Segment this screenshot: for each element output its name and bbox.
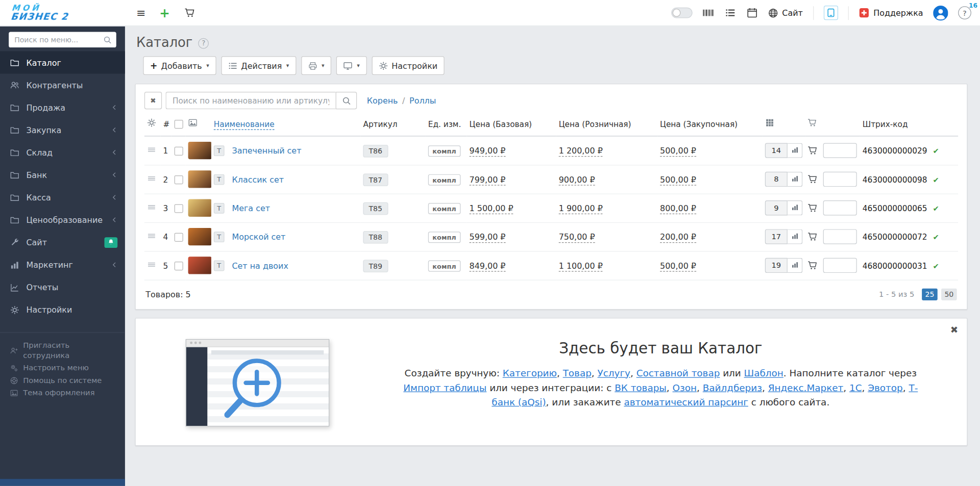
row-checkbox[interactable] bbox=[175, 262, 183, 270]
quantity-input[interactable] bbox=[823, 200, 857, 215]
price-purchase-editable[interactable]: 500,00 ₽ bbox=[660, 174, 696, 185]
menu-search-input[interactable] bbox=[9, 32, 116, 47]
drag-handle-icon[interactable] bbox=[147, 202, 156, 212]
page-size-25-button[interactable]: 25 bbox=[922, 288, 938, 300]
product-image[interactable] bbox=[188, 257, 211, 274]
drag-handle-icon[interactable] bbox=[147, 173, 156, 183]
sidebar-item[interactable]: Каталог bbox=[0, 51, 125, 73]
price-purchase-editable[interactable]: 200,00 ₽ bbox=[660, 232, 696, 243]
sidebar-item[interactable]: Настройки bbox=[0, 298, 125, 321]
add-to-cart-icon[interactable] bbox=[807, 261, 818, 271]
sidebar-item[interactable]: Продажа bbox=[0, 96, 125, 119]
sidebar-quick-link[interactable]: Пригласить сотрудника bbox=[0, 339, 125, 362]
cart-button[interactable] bbox=[177, 0, 202, 26]
stock-count-button[interactable]: 14 bbox=[765, 143, 788, 158]
row-checkbox[interactable] bbox=[175, 204, 183, 213]
mode-toggle[interactable] bbox=[672, 8, 693, 18]
sidebar-quick-link[interactable]: Тема оформления bbox=[0, 387, 125, 399]
price-base-editable[interactable]: 599,00 ₽ bbox=[470, 232, 506, 243]
product-name-link[interactable]: Сет на двоих bbox=[232, 261, 288, 270]
price-base-editable[interactable]: 949,00 ₽ bbox=[470, 146, 506, 157]
row-checkbox[interactable] bbox=[175, 233, 183, 241]
quantity-input[interactable] bbox=[823, 172, 857, 187]
search-button[interactable] bbox=[336, 92, 357, 109]
stock-count-button[interactable]: 17 bbox=[765, 229, 788, 244]
promo-link[interactable]: Эвотор bbox=[868, 382, 902, 393]
barcode-scanner-icon[interactable] bbox=[703, 8, 715, 18]
price-retail-editable[interactable]: 1 100,00 ₽ bbox=[559, 261, 603, 271]
stock-chart-button[interactable] bbox=[788, 229, 802, 244]
calendar-icon[interactable] bbox=[747, 8, 758, 18]
promo-link[interactable]: Шаблон bbox=[744, 368, 783, 379]
quantity-input[interactable] bbox=[823, 229, 857, 244]
drag-handle-icon[interactable] bbox=[147, 145, 156, 154]
product-name-link[interactable]: Морской сет bbox=[232, 232, 285, 241]
price-retail-editable[interactable]: 1 200,00 ₽ bbox=[559, 146, 603, 157]
add-to-cart-icon[interactable] bbox=[807, 232, 818, 242]
promo-link[interactable]: Категорию bbox=[503, 368, 557, 379]
stock-count-button[interactable]: 19 bbox=[765, 258, 788, 273]
sidebar-quick-link[interactable]: Помощь по системе bbox=[0, 374, 125, 386]
tasks-icon[interactable] bbox=[725, 8, 737, 18]
sidebar-item[interactable]: Банк bbox=[0, 164, 125, 186]
price-purchase-editable[interactable]: 500,00 ₽ bbox=[660, 261, 696, 271]
page-help-icon[interactable]: ? bbox=[198, 38, 209, 49]
price-base-editable[interactable]: 799,00 ₽ bbox=[470, 174, 506, 185]
promo-link[interactable]: Яндекс.Маркет bbox=[768, 382, 844, 393]
product-image[interactable] bbox=[188, 228, 211, 245]
page-size-50-button[interactable]: 50 bbox=[941, 288, 957, 300]
promo-link[interactable]: Озон bbox=[673, 382, 697, 393]
product-name-link[interactable]: Классик сет bbox=[232, 174, 284, 184]
price-retail-editable[interactable]: 900,00 ₽ bbox=[559, 174, 595, 185]
sidebar-item[interactable]: Закупка bbox=[0, 119, 125, 141]
print-button[interactable]: ▾ bbox=[301, 56, 331, 75]
price-base-editable[interactable]: 849,00 ₽ bbox=[470, 261, 506, 271]
promo-link[interactable]: Вайлдбериз bbox=[703, 382, 762, 393]
add-to-cart-icon[interactable] bbox=[807, 174, 818, 185]
product-image[interactable] bbox=[188, 142, 211, 159]
drag-handle-icon[interactable] bbox=[147, 231, 156, 240]
product-image[interactable] bbox=[188, 170, 211, 188]
promo-link[interactable]: автоматический парсинг bbox=[624, 397, 748, 408]
clear-search-button[interactable]: ✖ bbox=[144, 92, 162, 109]
quantity-input[interactable] bbox=[823, 258, 857, 273]
price-purchase-editable[interactable]: 500,00 ₽ bbox=[660, 146, 696, 157]
drag-handle-icon[interactable] bbox=[147, 260, 156, 269]
price-purchase-editable[interactable]: 800,00 ₽ bbox=[660, 203, 696, 214]
row-checkbox[interactable] bbox=[175, 175, 183, 184]
sidebar-quick-link[interactable]: Настроить меню bbox=[0, 362, 125, 374]
support-button[interactable]: Поддержка bbox=[859, 8, 923, 18]
stock-chart-button[interactable] bbox=[788, 172, 802, 187]
column-settings-icon[interactable] bbox=[147, 118, 156, 127]
actions-button[interactable]: Действия ▾ bbox=[221, 56, 296, 75]
promo-link[interactable]: ВК товары bbox=[615, 382, 667, 393]
add-button[interactable]: + Добавить ▾ bbox=[143, 56, 216, 75]
promo-link[interactable]: 1С bbox=[849, 382, 862, 393]
sidebar-item[interactable]: Ценообразование bbox=[0, 209, 125, 231]
stock-chart-button[interactable] bbox=[788, 200, 802, 215]
promo-link[interactable]: Услугу bbox=[598, 368, 630, 379]
terminal-device-icon[interactable] bbox=[823, 6, 838, 20]
stock-chart-button[interactable] bbox=[788, 258, 802, 273]
row-checkbox[interactable] bbox=[175, 147, 183, 156]
sort-by-name-link[interactable]: Наименование bbox=[214, 119, 275, 130]
display-button[interactable]: ▾ bbox=[336, 56, 366, 75]
product-name-link[interactable]: Запеченный сет bbox=[232, 146, 301, 155]
sidebar-item[interactable]: Отчеты bbox=[0, 276, 125, 298]
quick-add-button[interactable]: + bbox=[153, 0, 177, 26]
sidebar-item[interactable]: Сайт bbox=[0, 231, 125, 253]
site-button[interactable]: Сайт bbox=[768, 8, 802, 18]
breadcrumb-root-link[interactable]: Корень bbox=[367, 96, 398, 105]
sidebar-item[interactable]: Контрагенты bbox=[0, 73, 125, 96]
price-retail-editable[interactable]: 750,00 ₽ bbox=[559, 232, 595, 243]
sidebar-item[interactable]: Склад bbox=[0, 141, 125, 164]
select-all-checkbox[interactable] bbox=[175, 120, 183, 129]
stock-count-button[interactable]: 9 bbox=[765, 200, 788, 215]
stock-chart-button[interactable] bbox=[788, 143, 802, 158]
product-name-link[interactable]: Мега сет bbox=[232, 203, 270, 213]
app-logo[interactable]: МОЙ БИЗНЕС 2 bbox=[0, 4, 126, 22]
sidebar-item[interactable]: Касса bbox=[0, 186, 125, 209]
user-avatar[interactable] bbox=[933, 5, 948, 20]
sidebar-item[interactable]: Маркетинг bbox=[0, 253, 125, 276]
stock-count-button[interactable]: 8 bbox=[765, 172, 788, 187]
